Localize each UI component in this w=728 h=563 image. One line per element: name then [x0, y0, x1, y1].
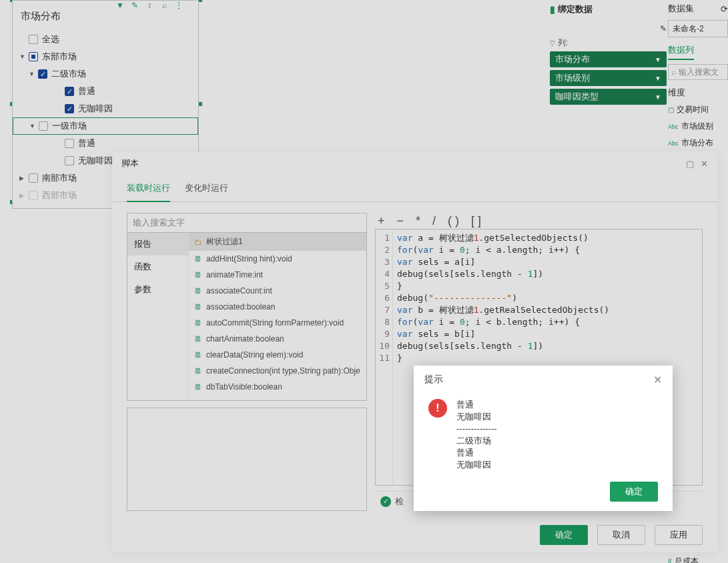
alert-title: 提示	[424, 374, 443, 386]
error-icon: !	[428, 399, 447, 418]
close-icon[interactable]: ✕	[653, 374, 662, 386]
alert-ok-button[interactable]: 确定	[610, 482, 658, 502]
alert-dialog: 提示 ✕ ! 普通 无咖啡因 -------------- 二级市场 普通 无咖…	[414, 366, 673, 511]
alert-message: 普通 无咖啡因 -------------- 二级市场 普通 无咖啡因	[456, 399, 497, 471]
